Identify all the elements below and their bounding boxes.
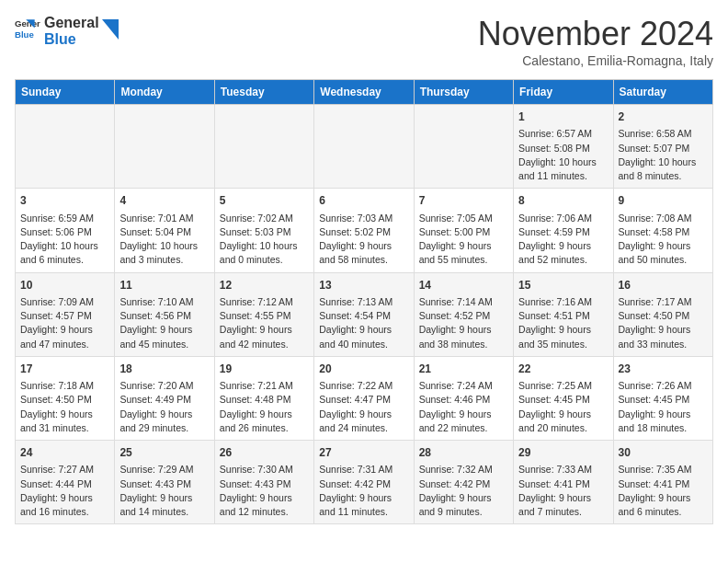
day-info: Sunrise: 7:16 AM Sunset: 4:51 PM Dayligh… — [518, 295, 608, 351]
calendar-cell: 15Sunrise: 7:16 AM Sunset: 4:51 PM Dayli… — [514, 272, 613, 356]
location-subtitle: Calestano, Emilia-Romagna, Italy — [478, 53, 713, 68]
calendar-cell: 11Sunrise: 7:10 AM Sunset: 4:56 PM Dayli… — [115, 272, 214, 356]
header-saturday: Saturday — [613, 80, 712, 105]
day-info: Sunrise: 7:22 AM Sunset: 4:47 PM Dayligh… — [319, 379, 408, 435]
day-number: 12 — [220, 278, 309, 293]
day-number: 16 — [619, 278, 708, 293]
logo-blue: Blue — [44, 31, 99, 48]
day-info: Sunrise: 7:10 AM Sunset: 4:56 PM Dayligh… — [119, 295, 209, 351]
calendar-cell: 19Sunrise: 7:21 AM Sunset: 4:48 PM Dayli… — [214, 356, 313, 440]
calendar-cell: 18Sunrise: 7:20 AM Sunset: 4:49 PM Dayli… — [115, 356, 214, 440]
day-number: 13 — [319, 278, 408, 293]
header-row: SundayMondayTuesdayWednesdayThursdayFrid… — [16, 80, 713, 105]
calendar-cell: 28Sunrise: 7:32 AM Sunset: 4:42 PM Dayli… — [414, 441, 513, 524]
calendar-cell: 29Sunrise: 7:33 AM Sunset: 4:41 PM Dayli… — [514, 441, 613, 524]
calendar-cell: 8Sunrise: 7:06 AM Sunset: 4:59 PM Daylig… — [514, 189, 613, 272]
day-info: Sunrise: 7:26 AM Sunset: 4:45 PM Dayligh… — [619, 379, 708, 435]
calendar-cell: 1Sunrise: 6:57 AM Sunset: 5:08 PM Daylig… — [514, 105, 613, 189]
day-info: Sunrise: 7:06 AM Sunset: 4:59 PM Dayligh… — [518, 212, 608, 268]
calendar-cell: 21Sunrise: 7:24 AM Sunset: 4:46 PM Dayli… — [414, 356, 513, 440]
day-info: Sunrise: 7:03 AM Sunset: 5:02 PM Dayligh… — [319, 212, 408, 268]
day-number: 1 — [518, 109, 608, 125]
calendar-table: SundayMondayTuesdayWednesdayThursdayFrid… — [15, 79, 713, 524]
day-info: Sunrise: 7:09 AM Sunset: 4:57 PM Dayligh… — [20, 295, 109, 351]
calendar-cell: 22Sunrise: 7:25 AM Sunset: 4:45 PM Dayli… — [514, 356, 613, 440]
day-number: 29 — [518, 445, 608, 461]
calendar-cell: 30Sunrise: 7:35 AM Sunset: 4:41 PM Dayli… — [613, 441, 712, 524]
calendar-cell — [214, 105, 313, 189]
day-info: Sunrise: 7:31 AM Sunset: 4:42 PM Dayligh… — [319, 463, 408, 519]
day-number: 24 — [20, 445, 109, 461]
day-info: Sunrise: 6:59 AM Sunset: 5:06 PM Dayligh… — [20, 212, 109, 268]
day-number: 3 — [20, 193, 109, 209]
day-info: Sunrise: 7:29 AM Sunset: 4:43 PM Dayligh… — [119, 463, 209, 519]
day-number: 22 — [518, 362, 608, 377]
calendar-cell — [414, 105, 513, 189]
day-info: Sunrise: 7:35 AM Sunset: 4:41 PM Dayligh… — [619, 463, 708, 519]
header-monday: Monday — [115, 80, 214, 105]
day-info: Sunrise: 7:02 AM Sunset: 5:03 PM Dayligh… — [220, 212, 309, 268]
calendar-cell — [115, 105, 214, 189]
calendar-cell: 12Sunrise: 7:12 AM Sunset: 4:55 PM Dayli… — [214, 272, 313, 356]
logo-general: General — [44, 15, 99, 31]
calendar-cell: 24Sunrise: 7:27 AM Sunset: 4:44 PM Dayli… — [16, 441, 115, 524]
page-header: General Blue General Blue November 2024 … — [15, 15, 713, 68]
svg-marker-3 — [102, 19, 119, 40]
day-number: 20 — [319, 362, 408, 377]
day-info: Sunrise: 7:33 AM Sunset: 4:41 PM Dayligh… — [518, 463, 608, 519]
day-number: 10 — [20, 278, 109, 293]
calendar-cell: 4Sunrise: 7:01 AM Sunset: 5:04 PM Daylig… — [115, 189, 214, 272]
day-number: 5 — [220, 193, 309, 209]
week-row-4: 17Sunrise: 7:18 AM Sunset: 4:50 PM Dayli… — [16, 356, 713, 440]
calendar-cell: 23Sunrise: 7:26 AM Sunset: 4:45 PM Dayli… — [613, 356, 712, 440]
calendar-cell: 5Sunrise: 7:02 AM Sunset: 5:03 PM Daylig… — [214, 189, 313, 272]
calendar-body: 1Sunrise: 6:57 AM Sunset: 5:08 PM Daylig… — [16, 105, 713, 524]
day-number: 6 — [319, 193, 408, 209]
day-number: 18 — [119, 362, 209, 377]
day-info: Sunrise: 7:01 AM Sunset: 5:04 PM Dayligh… — [119, 212, 209, 268]
calendar-cell: 14Sunrise: 7:14 AM Sunset: 4:52 PM Dayli… — [414, 272, 513, 356]
calendar-cell: 20Sunrise: 7:22 AM Sunset: 4:47 PM Dayli… — [314, 356, 414, 440]
calendar-cell: 3Sunrise: 6:59 AM Sunset: 5:06 PM Daylig… — [16, 189, 115, 272]
day-info: Sunrise: 7:21 AM Sunset: 4:48 PM Dayligh… — [220, 379, 309, 435]
day-info: Sunrise: 7:13 AM Sunset: 4:54 PM Dayligh… — [319, 295, 408, 351]
calendar-cell: 2Sunrise: 6:58 AM Sunset: 5:07 PM Daylig… — [613, 105, 712, 189]
calendar-cell: 27Sunrise: 7:31 AM Sunset: 4:42 PM Dayli… — [314, 441, 414, 524]
header-sunday: Sunday — [16, 80, 115, 105]
day-number: 30 — [619, 445, 708, 461]
calendar-header: SundayMondayTuesdayWednesdayThursdayFrid… — [16, 80, 713, 105]
title-block: November 2024 Calestano, Emilia-Romagna,… — [478, 15, 713, 68]
calendar-cell: 9Sunrise: 7:08 AM Sunset: 4:58 PM Daylig… — [613, 189, 712, 272]
day-number: 4 — [119, 193, 209, 209]
day-info: Sunrise: 7:18 AM Sunset: 4:50 PM Dayligh… — [20, 379, 109, 435]
day-info: Sunrise: 7:25 AM Sunset: 4:45 PM Dayligh… — [518, 379, 608, 435]
logo: General Blue General Blue — [15, 15, 119, 49]
calendar-cell: 13Sunrise: 7:13 AM Sunset: 4:54 PM Dayli… — [314, 272, 414, 356]
day-number: 8 — [518, 193, 608, 209]
day-info: Sunrise: 7:08 AM Sunset: 4:58 PM Dayligh… — [619, 212, 708, 268]
calendar-cell — [16, 105, 115, 189]
logo-arrow-icon — [102, 19, 119, 40]
logo-icon: General Blue — [15, 17, 40, 42]
day-number: 2 — [619, 109, 708, 125]
header-tuesday: Tuesday — [214, 80, 313, 105]
calendar-cell: 7Sunrise: 7:05 AM Sunset: 5:00 PM Daylig… — [414, 189, 513, 272]
day-info: Sunrise: 7:27 AM Sunset: 4:44 PM Dayligh… — [20, 463, 109, 519]
svg-text:Blue: Blue — [15, 29, 34, 40]
day-info: Sunrise: 7:14 AM Sunset: 4:52 PM Dayligh… — [419, 295, 508, 351]
week-row-1: 1Sunrise: 6:57 AM Sunset: 5:08 PM Daylig… — [16, 105, 713, 189]
calendar-cell — [314, 105, 414, 189]
day-number: 11 — [119, 278, 209, 293]
day-number: 27 — [319, 445, 408, 461]
calendar-cell: 17Sunrise: 7:18 AM Sunset: 4:50 PM Dayli… — [16, 356, 115, 440]
day-number: 25 — [119, 445, 209, 461]
day-number: 14 — [419, 278, 508, 293]
calendar-cell: 25Sunrise: 7:29 AM Sunset: 4:43 PM Dayli… — [115, 441, 214, 524]
day-info: Sunrise: 7:32 AM Sunset: 4:42 PM Dayligh… — [419, 463, 508, 519]
day-info: Sunrise: 7:05 AM Sunset: 5:00 PM Dayligh… — [419, 212, 508, 268]
day-info: Sunrise: 7:30 AM Sunset: 4:43 PM Dayligh… — [220, 463, 309, 519]
day-info: Sunrise: 6:57 AM Sunset: 5:08 PM Dayligh… — [518, 127, 608, 183]
month-title: November 2024 — [478, 15, 713, 53]
calendar-cell: 16Sunrise: 7:17 AM Sunset: 4:50 PM Dayli… — [613, 272, 712, 356]
day-number: 17 — [20, 362, 109, 377]
